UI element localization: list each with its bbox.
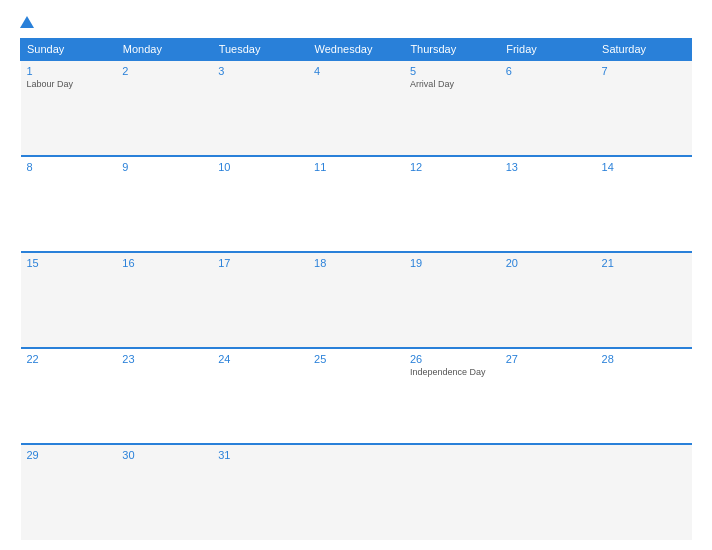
day-number: 31 <box>218 449 302 461</box>
day-number: 29 <box>27 449 111 461</box>
calendar-cell: 31 <box>212 444 308 540</box>
calendar-cell: 26Independence Day <box>404 348 500 444</box>
calendar-cell: 2 <box>116 60 212 156</box>
calendar-cell: 1Labour Day <box>21 60 117 156</box>
calendar-cell: 19 <box>404 252 500 348</box>
day-number: 3 <box>218 65 302 77</box>
calendar-cell: 15 <box>21 252 117 348</box>
header <box>20 16 692 28</box>
day-number: 21 <box>602 257 686 269</box>
calendar-cell: 12 <box>404 156 500 252</box>
logo-triangle-icon <box>20 16 34 28</box>
calendar-cell <box>500 444 596 540</box>
calendar-cell: 17 <box>212 252 308 348</box>
col-wednesday: Wednesday <box>308 39 404 61</box>
calendar-cell: 23 <box>116 348 212 444</box>
day-number: 11 <box>314 161 398 173</box>
day-number: 17 <box>218 257 302 269</box>
calendar-cell: 4 <box>308 60 404 156</box>
calendar-cell: 5Arrival Day <box>404 60 500 156</box>
col-tuesday: Tuesday <box>212 39 308 61</box>
calendar-cell: 6 <box>500 60 596 156</box>
calendar-cell: 24 <box>212 348 308 444</box>
logo <box>20 16 36 28</box>
calendar-cell: 11 <box>308 156 404 252</box>
day-number: 18 <box>314 257 398 269</box>
col-monday: Monday <box>116 39 212 61</box>
calendar-cell: 25 <box>308 348 404 444</box>
calendar-week-row: 1Labour Day2345Arrival Day67 <box>21 60 692 156</box>
calendar-week-row: 293031 <box>21 444 692 540</box>
calendar-cell: 21 <box>596 252 692 348</box>
col-sunday: Sunday <box>21 39 117 61</box>
day-number: 15 <box>27 257 111 269</box>
day-event: Arrival Day <box>410 79 494 89</box>
page: Sunday Monday Tuesday Wednesday Thursday… <box>0 0 712 550</box>
calendar-cell: 28 <box>596 348 692 444</box>
calendar-cell: 8 <box>21 156 117 252</box>
day-number: 30 <box>122 449 206 461</box>
calendar-cell: 29 <box>21 444 117 540</box>
calendar-header-row: Sunday Monday Tuesday Wednesday Thursday… <box>21 39 692 61</box>
day-number: 5 <box>410 65 494 77</box>
calendar-cell: 30 <box>116 444 212 540</box>
day-number: 16 <box>122 257 206 269</box>
day-number: 7 <box>602 65 686 77</box>
calendar-cell: 7 <box>596 60 692 156</box>
day-number: 27 <box>506 353 590 365</box>
col-friday: Friday <box>500 39 596 61</box>
day-number: 23 <box>122 353 206 365</box>
day-number: 24 <box>218 353 302 365</box>
day-number: 10 <box>218 161 302 173</box>
day-number: 12 <box>410 161 494 173</box>
day-number: 4 <box>314 65 398 77</box>
calendar-cell: 3 <box>212 60 308 156</box>
day-number: 14 <box>602 161 686 173</box>
calendar-cell: 27 <box>500 348 596 444</box>
calendar-cell: 22 <box>21 348 117 444</box>
day-number: 25 <box>314 353 398 365</box>
calendar-cell: 16 <box>116 252 212 348</box>
day-number: 6 <box>506 65 590 77</box>
day-number: 19 <box>410 257 494 269</box>
calendar-week-row: 2223242526Independence Day2728 <box>21 348 692 444</box>
calendar-cell: 9 <box>116 156 212 252</box>
day-number: 28 <box>602 353 686 365</box>
day-number: 2 <box>122 65 206 77</box>
calendar-cell: 14 <box>596 156 692 252</box>
day-number: 22 <box>27 353 111 365</box>
day-number: 13 <box>506 161 590 173</box>
calendar-cell <box>596 444 692 540</box>
calendar-cell: 18 <box>308 252 404 348</box>
day-number: 9 <box>122 161 206 173</box>
calendar-cell <box>404 444 500 540</box>
col-thursday: Thursday <box>404 39 500 61</box>
calendar-cell: 13 <box>500 156 596 252</box>
day-event: Independence Day <box>410 367 494 377</box>
calendar-cell <box>308 444 404 540</box>
calendar-cell: 10 <box>212 156 308 252</box>
day-number: 1 <box>27 65 111 77</box>
calendar-week-row: 15161718192021 <box>21 252 692 348</box>
calendar-table: Sunday Monday Tuesday Wednesday Thursday… <box>20 38 692 540</box>
calendar-week-row: 891011121314 <box>21 156 692 252</box>
logo-blue-text <box>20 16 36 28</box>
col-saturday: Saturday <box>596 39 692 61</box>
day-number: 26 <box>410 353 494 365</box>
day-event: Labour Day <box>27 79 111 89</box>
day-number: 8 <box>27 161 111 173</box>
calendar-cell: 20 <box>500 252 596 348</box>
day-number: 20 <box>506 257 590 269</box>
